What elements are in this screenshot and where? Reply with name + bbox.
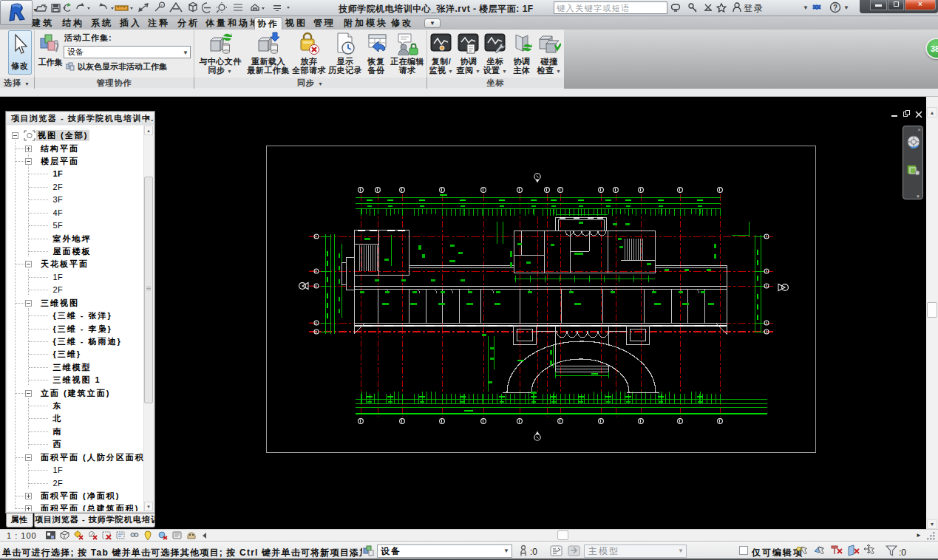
svg-text:▼: ▼ [843, 4, 849, 11]
svg-text:登录: 登录 [744, 3, 764, 13]
svg-text:▼: ▼ [803, 4, 809, 11]
svg-text:?: ? [833, 4, 837, 12]
